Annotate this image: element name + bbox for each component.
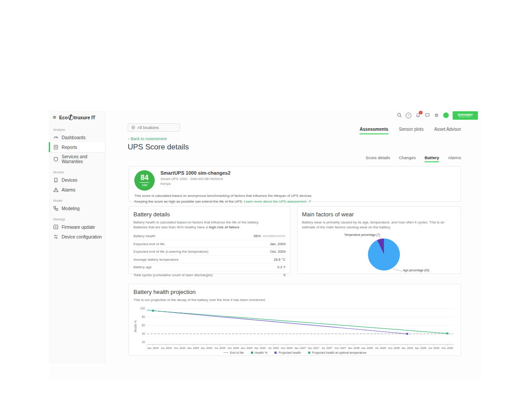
row-label: Battery health [133,234,155,238]
sidebar-item-label: Modeling [62,206,80,211]
wear-pie-svg[interactable] [302,231,457,278]
battery-desc-line2: Batteries that are less than 40% healthy… [133,225,286,230]
svg-text:Health %: Health % [134,321,137,332]
back-to-assessment-link[interactable]: ‹ Back to Assessment [128,137,167,141]
sidebar-item-alarms[interactable]: Alarms [49,185,105,195]
device-model: Smart-UPS 1000 - SIM-00C0B7A00419 [160,177,231,181]
subtab-changes[interactable]: Changes [399,155,416,162]
score-divider [140,182,149,183]
legend-label: Projected health at optimal temperature [312,351,367,354]
sidebar-item-label: Firmware update [62,225,95,230]
sidebar-item-label: Reports [62,145,77,150]
battery-details-description: Battery health is calculated based on fa… [133,220,286,230]
main-tabs: Assessments Sensor plots Asset Advisor [360,127,461,134]
learn-more-label: Learn more about the UPS assessment. [244,200,307,203]
battery-row-eol-lower-temp: Expected end of life (Lowering the tempe… [133,247,286,255]
svg-text:60: 60 [142,324,145,327]
battery-details-card: Battery details Battery health is calcul… [129,206,290,274]
feedback-icon[interactable] [424,113,430,118]
reports-icon [53,145,59,150]
svg-text:Oct, 2027: Oct, 2027 [335,347,347,349]
svg-text:Jul, 2026: Jul, 2026 [268,347,279,349]
score-max: 100 [142,184,148,187]
projection-chart-legend: End of lifeHealth %Projected healthProje… [133,351,456,354]
sidebar-item-services-and-warranties[interactable]: Services and Warranties [49,152,105,166]
svg-text:40: 40 [142,332,145,335]
ecostruxure-logo: Ecotruxure IT [59,115,96,120]
sidebar-item-firmware-update[interactable]: Firmware update [49,222,105,232]
sidebar-item-reports[interactable]: Reports [49,142,105,152]
device-name: SmartUPS 1000 sim-changes2 [160,170,231,176]
globe-icon [131,125,135,129]
help-icon[interactable]: ? [406,113,411,118]
sidebar-item-label: Services and Warranties [62,154,102,164]
battery-health-bar-notch [272,235,272,237]
user-avatar[interactable] [443,112,449,118]
back-link-label: Back to Assessment [131,137,167,141]
legend-item[interactable]: Projected health [274,351,301,354]
sidebar-section-analyze: Analyze [53,128,105,132]
legend-marker [223,352,228,353]
alarm-triangle-icon [53,187,59,192]
svg-text:Jul, 2024: Jul, 2024 [161,347,172,349]
menu-icon[interactable]: ≡ [53,115,56,120]
gear-glyph: ⚙ [434,113,439,118]
sidebar-item-modeling[interactable]: Modeling [49,203,105,213]
tab-sensor-plots[interactable]: Sensor plots [399,127,424,134]
subtab-score-details[interactable]: Score details [366,155,390,162]
tab-assessments[interactable]: Assessments [360,127,388,134]
main-factors-of-wear-card: Main factors of wear Battery wear is pri… [297,206,461,274]
row-value: Oct, 2029 [270,250,286,254]
legend-item[interactable]: Projected health at optimal temperature [308,351,367,354]
projection-card-description: This is our projection of the decay of t… [133,297,456,302]
sidebar-item-dashboards[interactable]: Dashboards [49,133,105,142]
logo-eco-text: Eco [59,115,68,120]
battery-row-eol: Expected end of life Jan, 2029 [133,240,286,248]
back-chevron-icon: ‹ [128,137,129,141]
warranty-shield-icon [53,156,59,162]
legend-label: Health % [255,351,267,354]
svg-text:Jan, 2029: Jan, 2029 [401,347,413,349]
device-location: Kenya [160,182,231,186]
search-icon[interactable] [396,113,402,118]
location-filter[interactable]: All locations [128,123,180,132]
row-value: 0.2 Y [277,265,286,269]
app-window: ≡ Ecotruxure IT Analyze Dashboards Repor… [49,111,481,379]
legend-label: Projected health [278,351,301,354]
battery-health-bar [262,235,286,237]
pie-label-age: Age percentage (93) [403,269,429,272]
battery-desc-line1: Battery health is calculated based on fa… [133,220,286,225]
ecostruxure-logo-symbol [68,115,74,120]
subtab-alarms[interactable]: Alarms [448,155,461,162]
firmware-update-icon [53,224,59,230]
row-label: Total cycles (cumulative count of seen d… [133,273,212,277]
battery-desc-line2-bold: high risk of failure [209,225,239,229]
notification-badge: 1 [419,111,422,114]
row-value: Jan, 2029 [270,242,286,246]
legend-marker [251,352,253,354]
battery-details-rows: Battery health 95% Expected end of life … [133,232,286,278]
sidebar-item-device-configuration[interactable]: Device configuration [49,232,105,242]
device-info: SmartUPS 1000 sim-changes2 Smart-UPS 100… [160,170,231,186]
projection-chart-svg[interactable]: 10080604020Health %Apr, 2024Jul, 2024Oct… [133,304,457,350]
subtab-battery[interactable]: Battery [425,155,439,162]
schneider-electric-logo[interactable]: Schneider ELECTRIC [453,111,478,120]
sidebar-section-monitor: Monitor [53,170,105,174]
notifications-bell-icon[interactable]: 1 [415,113,421,118]
wear-card-title: Main factors of wear [302,211,456,218]
svg-text:Jul, 2028: Jul, 2028 [375,347,386,349]
tab-asset-advisor[interactable]: Asset Advisor [434,127,461,134]
score-card-header: 84 100 SmartUPS 1000 sim-changes2 Smart-… [134,170,455,191]
sidebar-item-devices[interactable]: Devices [49,175,105,185]
legend-item[interactable]: Health % [251,351,267,354]
external-link-icon: ↗ [308,200,311,203]
row-label: Battery age [133,265,152,269]
sidebar-item-label: Dashboards [62,135,86,140]
legend-item[interactable]: End of life [223,351,244,354]
svg-text:Jan, 2025: Jan, 2025 [187,347,199,349]
schneider-logo-line2: ELECTRIC [459,116,472,118]
row-value: 26.6 °C [274,258,286,262]
topbar: ? 1 ⚙ Schneider ELECTRIC [396,111,478,119]
settings-gear-icon[interactable]: ⚙ [434,113,439,118]
learn-more-link[interactable]: Learn more about the UPS assessment. ↗ [244,200,311,203]
